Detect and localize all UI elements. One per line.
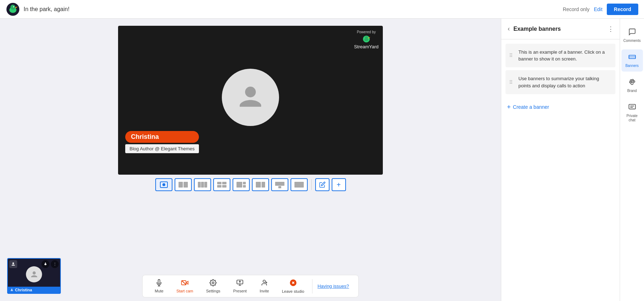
edit-link[interactable]: Edit <box>594 6 602 12</box>
layout-person-wide-btn[interactable] <box>252 178 269 191</box>
settings-label: Settings <box>206 289 220 293</box>
svg-rect-21 <box>236 182 242 188</box>
invite-button[interactable]: Invite <box>253 276 275 297</box>
add-layout-btn[interactable]: + <box>332 178 346 191</box>
banner-list: ⠿ This is an example of a banner. Click … <box>501 39 620 98</box>
banners-icon <box>628 53 636 63</box>
mute-button[interactable]: Mute <box>148 276 170 297</box>
layout-four-btn[interactable] <box>213 178 230 191</box>
sidebar-private-chat-btn[interactable]: Private chat <box>621 99 643 126</box>
thumbnail-strip: ⋮ Christina <box>7 258 61 294</box>
layout-three-btn[interactable] <box>194 178 211 191</box>
svg-rect-28 <box>294 182 304 188</box>
participant-name-tag: Christina <box>125 131 199 143</box>
thumb-name: Christina <box>15 288 32 292</box>
layout-person-bottom-btn[interactable] <box>271 178 288 191</box>
svg-rect-20 <box>222 185 226 188</box>
settings-button[interactable]: Settings <box>200 276 227 297</box>
panel-title: Example banners <box>513 26 561 32</box>
bottom-toolbar: Mute Start cam <box>142 275 358 297</box>
panel-content-banners: ‹ Example banners ⋮ ⠿ This is an example… <box>501 19 620 301</box>
mute-icon <box>156 279 163 288</box>
start-cam-icon <box>181 279 189 288</box>
center-avatar <box>222 69 279 126</box>
create-banner-label: Create a banner <box>513 104 549 110</box>
panel-header: ‹ Example banners ⋮ <box>501 19 620 39</box>
start-cam-button[interactable]: Start cam <box>170 276 200 297</box>
present-icon <box>236 279 244 288</box>
leave-studio-button[interactable]: Leave studio <box>275 275 311 297</box>
banner-text-2: Use banners to summarize your talking po… <box>518 76 599 88</box>
svg-rect-17 <box>217 182 221 184</box>
mute-label: Mute <box>155 289 163 293</box>
invite-icon <box>261 279 268 288</box>
leave-label: Leave studio <box>282 289 304 293</box>
present-button[interactable]: Present <box>227 276 253 297</box>
layout-divider <box>311 179 312 190</box>
thumb-user-icon[interactable] <box>9 260 17 268</box>
brand-label: Brand <box>627 89 637 93</box>
thumb-more-btn[interactable]: ⋮ <box>51 260 59 268</box>
video-canvas: Powered by StreamYard <box>118 26 383 175</box>
panel-header-left: ‹ Example banners <box>507 24 561 33</box>
svg-point-9 <box>245 87 256 97</box>
create-banner-button[interactable]: + Create a banner <box>501 98 620 116</box>
sidebar-brand-btn[interactable]: Brand <box>621 74 643 97</box>
having-issues-link[interactable]: Having issues? <box>314 283 352 289</box>
svg-point-52 <box>633 81 635 82</box>
panel-back-button[interactable]: ‹ <box>507 24 511 33</box>
svg-point-7 <box>365 36 368 39</box>
topbar-left: In the park, again! <box>6 2 69 16</box>
layout-fullscreen-btn[interactable] <box>291 178 308 191</box>
layout-person-sidebar-btn[interactable] <box>233 178 250 191</box>
streamyard-name: StreamYard <box>354 44 379 49</box>
thumb-mic-btn[interactable] <box>42 260 49 268</box>
thumb-avatar <box>26 266 42 282</box>
panel-menu-button[interactable]: ⋮ <box>608 25 614 33</box>
powered-by: Powered by StreamYard <box>354 30 379 49</box>
svg-rect-15 <box>201 182 204 188</box>
sidebar-icons: Comments Banners <box>620 19 644 301</box>
banner-item-1[interactable]: ⠿ This is an example of a banner. Click … <box>506 44 615 67</box>
leave-icon <box>289 279 297 288</box>
present-label: Present <box>233 289 247 293</box>
comments-label: Comments <box>623 39 640 43</box>
drag-handle-2: ⠿ <box>509 79 513 85</box>
app-logo <box>6 2 20 16</box>
svg-rect-27 <box>278 186 281 188</box>
streamyard-icon <box>361 35 372 43</box>
powered-by-text: Powered by <box>354 30 379 34</box>
svg-point-4 <box>13 6 14 7</box>
streamyard-logo: StreamYard <box>354 35 379 49</box>
svg-point-29 <box>13 262 14 264</box>
edit-layout-btn[interactable] <box>315 178 330 191</box>
record-only-label: Record only <box>563 6 590 12</box>
layout-two-btn[interactable] <box>175 178 192 191</box>
private-chat-label: Private chat <box>624 114 641 122</box>
settings-icon <box>210 279 217 288</box>
sidebar-banners-btn[interactable]: Banners <box>621 49 643 72</box>
topbar: In the park, again! Record only Edit Rec… <box>0 0 644 19</box>
record-button[interactable]: Record <box>607 4 638 15</box>
banner-item-2[interactable]: ⠿ Use banners to summarize your talking … <box>506 70 615 94</box>
start-cam-label: Start cam <box>176 289 193 293</box>
studio-title: In the park, again! <box>24 6 69 13</box>
thumbnail-item[interactable]: ⋮ Christina <box>7 258 61 294</box>
svg-rect-23 <box>243 185 246 188</box>
brand-icon <box>628 78 636 88</box>
main-content: Powered by StreamYard <box>0 19 644 301</box>
layout-single-btn[interactable] <box>155 178 172 191</box>
svg-point-32 <box>11 289 12 290</box>
thumb-name-bar: Christina <box>8 287 60 293</box>
invite-label: Invite <box>260 289 269 293</box>
toolbar-divider <box>312 279 312 293</box>
studio-area: Powered by StreamYard <box>0 19 501 301</box>
participant-subtitle-tag: Blog Author @ Elegant Themes <box>125 144 199 153</box>
svg-point-2 <box>10 5 15 10</box>
right-panel: ‹ Example banners ⋮ ⠿ This is an example… <box>501 19 644 301</box>
svg-rect-22 <box>243 182 246 184</box>
avatar-icon <box>234 81 267 113</box>
sidebar-comments-btn[interactable]: Comments <box>621 24 643 47</box>
private-chat-icon <box>628 103 636 113</box>
svg-rect-13 <box>184 182 188 188</box>
